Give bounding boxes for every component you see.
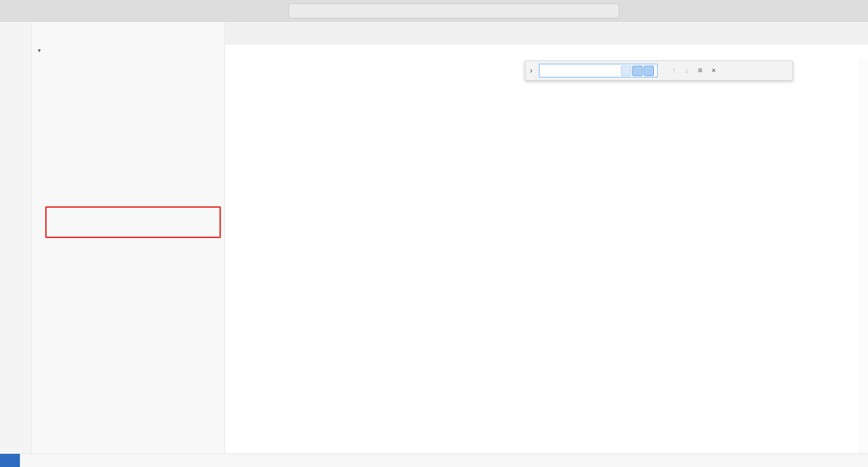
minimap[interactable] (809, 61, 860, 453)
previous-match-icon[interactable]: ↑ (672, 66, 676, 75)
status-bar (0, 453, 868, 467)
search-icon (448, 7, 456, 14)
close-button[interactable] (848, 0, 868, 22)
code-editor[interactable]: › ↑ ↓ ≡ × (225, 60, 868, 453)
find-input[interactable] (539, 64, 658, 77)
close-find-icon[interactable]: × (711, 66, 716, 75)
tab-bar (225, 22, 868, 45)
chevron-down-icon: ▾ (38, 48, 41, 53)
activity-bar (0, 22, 32, 453)
sidebar: ▾ (32, 22, 225, 453)
vscode-logo-icon (6, 5, 17, 16)
toggle-replace-chevron-icon[interactable]: › (530, 66, 535, 75)
title-bar (0, 0, 868, 22)
command-center-search[interactable] (289, 4, 619, 18)
next-match-icon[interactable]: ↓ (685, 66, 689, 75)
project-header[interactable]: ▾ (32, 43, 224, 57)
maximize-button[interactable] (828, 0, 848, 22)
overview-ruler[interactable] (860, 60, 868, 453)
find-widget: › ↑ ↓ ≡ × (525, 61, 793, 81)
regex-toggle[interactable] (644, 66, 654, 76)
whole-word-toggle[interactable] (632, 66, 643, 76)
minimize-button[interactable] (808, 0, 828, 22)
breadcrumb (225, 45, 868, 60)
match-case-toggle[interactable] (621, 66, 631, 76)
remote-indicator[interactable] (0, 454, 20, 467)
annotation-box-sidebar (45, 206, 221, 238)
find-in-selection-icon[interactable]: ≡ (698, 66, 702, 75)
